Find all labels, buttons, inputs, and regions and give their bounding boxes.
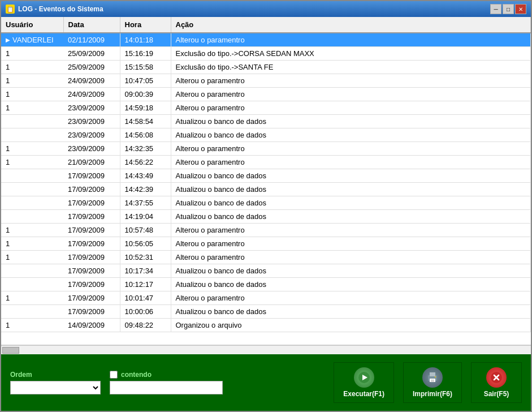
- imprimir-label: Imprimir(F6): [413, 390, 452, 398]
- table-row[interactable]: ▶VANDERLEI02/11/200914:01:18Alterou o pa…: [1, 33, 531, 47]
- cell-hora: 14:19:04: [120, 210, 171, 224]
- cell-hora: 10:57:48: [120, 224, 171, 237]
- table-row[interactable]: 124/09/200910:47:05Alterou o paramentro: [1, 74, 531, 88]
- contendo-label: contendo: [121, 371, 152, 379]
- cell-hora: 09:48:22: [120, 319, 171, 332]
- imprimir-button[interactable]: Imprimir(F6): [403, 362, 462, 403]
- cell-acao: Atualizou o banco de dados: [171, 210, 531, 224]
- table-body: ▶VANDERLEI02/11/200914:01:18Alterou o pa…: [1, 33, 531, 332]
- cell-acao: Organizou o arquivo: [171, 319, 531, 332]
- cell-acao: Atualizou o banco de dados: [171, 278, 531, 291]
- cell-hora: 14:37:55: [120, 196, 171, 210]
- cell-hora: 14:43:49: [120, 169, 171, 183]
- table-header-row: Usuário Data Hora Ação: [1, 17, 531, 33]
- cell-data: 17/09/2009: [63, 278, 120, 291]
- cell-hora: 14:59:18: [120, 101, 171, 115]
- col-header-hora: Hora: [120, 17, 171, 33]
- cell-acao: Atualizou o banco de dados: [171, 183, 531, 196]
- cell-hora: 14:56:22: [120, 156, 171, 169]
- imprimir-icon: [422, 367, 443, 388]
- scrollbar-thumb[interactable]: [2, 347, 19, 354]
- cell-data: 17/09/2009: [63, 264, 120, 278]
- table-row[interactable]: 17/09/200910:00:06Atualizou o banco de d…: [1, 305, 531, 319]
- table-row[interactable]: 117/09/200910:52:31Alterou o paramentro: [1, 251, 531, 264]
- table-row[interactable]: 123/09/200914:32:35Alterou o paramentro: [1, 142, 531, 156]
- cell-hora: 14:32:35: [120, 142, 171, 156]
- cell-acao: Atualizou o banco de dados: [171, 128, 531, 142]
- cell-usuario: ▶VANDERLEI: [1, 33, 63, 46]
- cell-hora: 10:52:31: [120, 251, 171, 264]
- ordem-select[interactable]: UsuárioDataHoraAção: [10, 381, 101, 394]
- cell-data: 17/09/2009: [63, 196, 120, 210]
- col-header-data: Data: [63, 17, 120, 33]
- cell-usuario: 1: [1, 88, 63, 101]
- table-row[interactable]: 17/09/200914:37:55Atualizou o banco de d…: [1, 196, 531, 210]
- cell-acao: Alterou o paramentro: [171, 237, 531, 251]
- horizontal-scrollbar[interactable]: [1, 345, 531, 354]
- cell-usuario: 1: [1, 319, 63, 332]
- table-row[interactable]: 124/09/200909:00:39Alterou o paramentro: [1, 88, 531, 101]
- cell-usuario: [1, 210, 63, 214]
- title-bar-left: 📋 LOG - Eventos do Sistema: [6, 5, 103, 14]
- contendo-checkbox[interactable]: [110, 371, 118, 379]
- cell-hora: 10:47:05: [120, 74, 171, 88]
- executar-button[interactable]: Executar(F1): [334, 362, 394, 403]
- sair-button[interactable]: Sair(F5): [471, 362, 522, 403]
- cell-hora: 10:56:05: [120, 237, 171, 251]
- cell-usuario: 1: [1, 142, 63, 155]
- table-row[interactable]: 114/09/200909:48:22Organizou o arquivo: [1, 319, 531, 332]
- table-row[interactable]: 123/09/200914:59:18Alterou o paramentro: [1, 101, 531, 115]
- table-row[interactable]: 17/09/200914:42:39Atualizou o banco de d…: [1, 183, 531, 196]
- table-row[interactable]: 117/09/200910:56:05Alterou o paramentro: [1, 237, 531, 251]
- cell-acao: Atualizou o banco de dados: [171, 169, 531, 183]
- cell-hora: 10:12:17: [120, 278, 171, 291]
- cell-data: 25/09/2009: [63, 47, 120, 61]
- col-header-acao: Ação: [171, 17, 531, 33]
- cell-data: 24/09/2009: [63, 74, 120, 88]
- table-row[interactable]: 17/09/200914:43:49Atualizou o banco de d…: [1, 169, 531, 183]
- cell-usuario: [1, 305, 63, 310]
- cell-data: 17/09/2009: [63, 210, 120, 224]
- close-button[interactable]: ✕: [515, 4, 526, 14]
- cell-acao: Alterou o paramentro: [171, 101, 531, 115]
- cell-acao: Alterou o paramentro: [171, 156, 531, 169]
- table-row[interactable]: 17/09/200910:17:34Atualizou o banco de d…: [1, 264, 531, 278]
- cell-usuario: [1, 115, 63, 119]
- maximize-button[interactable]: □: [503, 4, 514, 14]
- table-row[interactable]: 23/09/200914:56:08Atualizou o banco de d…: [1, 128, 531, 142]
- table-row[interactable]: 117/09/200910:01:47Alterou o paramentro: [1, 291, 531, 305]
- cell-hora: 15:16:19: [120, 47, 171, 61]
- cell-usuario: [1, 196, 63, 201]
- cell-usuario: [1, 128, 63, 133]
- minimize-button[interactable]: ─: [490, 4, 501, 14]
- window-icon: 📋: [6, 5, 15, 14]
- cell-data: 25/09/2009: [63, 61, 120, 74]
- cell-acao: Alterou o paramentro: [171, 251, 531, 264]
- svg-point-6: [435, 376, 436, 377]
- cell-data: 17/09/2009: [63, 291, 120, 305]
- cell-acao: Exclusão do tipo.->SANTA FE: [171, 61, 531, 74]
- cell-hora: 14:58:54: [120, 115, 171, 128]
- svg-rect-5: [431, 381, 434, 381]
- cell-acao: Alterou o paramentro: [171, 88, 531, 101]
- log-table: Usuário Data Hora Ação ▶VANDERLEI02/11/2…: [1, 17, 531, 332]
- main-window: 📋 LOG - Eventos do Sistema ─ □ ✕ Usuário…: [0, 0, 532, 412]
- cell-hora: 10:17:34: [120, 264, 171, 278]
- table-row[interactable]: 17/09/200910:12:17Atualizou o banco de d…: [1, 278, 531, 291]
- cell-data: 17/09/2009: [63, 237, 120, 251]
- table-row[interactable]: 117/09/200910:57:48Alterou o paramentro: [1, 224, 531, 237]
- cell-acao: Atualizou o banco de dados: [171, 305, 531, 319]
- table-row[interactable]: 23/09/200914:58:54Atualizou o banco de d…: [1, 115, 531, 128]
- contendo-input[interactable]: [110, 381, 223, 394]
- main-content: Usuário Data Hora Ação ▶VANDERLEI02/11/2…: [1, 17, 531, 354]
- cell-data: 21/09/2009: [63, 156, 120, 169]
- cell-data: 23/09/2009: [63, 101, 120, 115]
- table-row[interactable]: 125/09/200915:16:19Exclusão do tipo.->CO…: [1, 47, 531, 61]
- table-row[interactable]: 17/09/200914:19:04Atualizou o banco de d…: [1, 210, 531, 224]
- table-container[interactable]: Usuário Data Hora Ação ▶VANDERLEI02/11/2…: [1, 17, 531, 345]
- table-row[interactable]: 121/09/200914:56:22Alterou o paramentro: [1, 156, 531, 169]
- bottom-bar: Ordem UsuárioDataHoraAção contendo Execu…: [1, 354, 531, 411]
- table-row[interactable]: 125/09/200915:15:58Exclusão do tipo.->SA…: [1, 61, 531, 74]
- cell-hora: 10:01:47: [120, 291, 171, 305]
- cell-acao: Atualizou o banco de dados: [171, 115, 531, 128]
